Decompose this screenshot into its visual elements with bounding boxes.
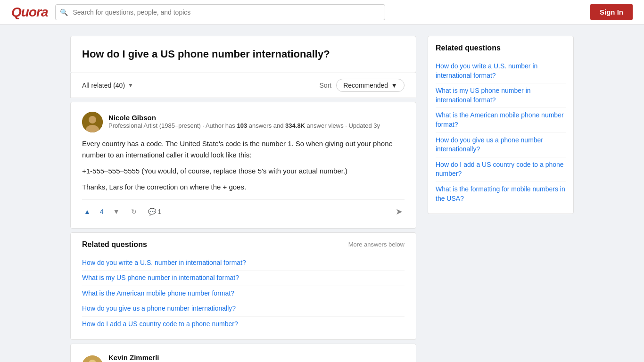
chevron-down-icon: ▼ [391, 82, 397, 89]
header: Quora 🔍 Sign In [0, 0, 644, 25]
sort-label: Sort [320, 82, 332, 89]
all-related-dropdown[interactable]: All related (40) ▼ [82, 82, 133, 89]
upvote-button[interactable]: ▲ [82, 206, 92, 217]
sidebar-link-2[interactable]: What is my US phone number in internatio… [436, 83, 566, 108]
recommended-label: Recommended [343, 82, 388, 89]
page-container: How do I give a US phone number internat… [63, 25, 581, 362]
bio-post: answer views · Updated 3y [305, 122, 380, 129]
author-info: Kevin Zimmerli Former Telecommunications… [108, 354, 405, 362]
sidebar: Related questions How do you write a U.S… [428, 36, 574, 362]
answer-text: Every country has a code. The United Sta… [82, 138, 405, 193]
answer-actions: ▲ 4 ▼ ↻ 💬 1 ➤ [82, 199, 405, 219]
bio-pre: Professional Artist (1985–present) · Aut… [108, 122, 237, 129]
header-actions: Sign In [590, 4, 633, 20]
comment-icon: 💬 [148, 208, 156, 215]
bio-answers: 103 [237, 122, 247, 129]
quora-logo[interactable]: Quora [11, 5, 48, 20]
downvote-button[interactable]: ▼ [111, 206, 122, 217]
sidebar-link-6[interactable]: What is the formatting for mobile number… [436, 182, 566, 206]
sign-in-button[interactable]: Sign In [590, 4, 633, 20]
search-input[interactable] [55, 4, 385, 20]
main-column: How do I give a US phone number internat… [70, 36, 416, 362]
author-name[interactable]: Nicole Gibson [108, 114, 405, 122]
search-bar: 🔍 [55, 4, 385, 20]
avatar [82, 112, 103, 132]
share-icon: ↻ [131, 208, 137, 215]
comment-button[interactable]: 💬 1 [146, 206, 164, 217]
comment-count: 1 [158, 208, 162, 215]
avatar [82, 355, 103, 362]
bio-views: 334.8K [285, 122, 305, 129]
downvote-icon: ▼ [113, 208, 120, 215]
related-inline-title: Related questions [82, 240, 147, 249]
author-row: Nicole Gibson Professional Artist (1985–… [82, 112, 405, 132]
related-link-2[interactable]: What is my US phone number in internatio… [82, 271, 405, 286]
question-title: How do I give a US phone number internat… [82, 48, 405, 61]
forward-icon: ➤ [396, 206, 403, 217]
related-inline-header: Related questions More answers below [82, 240, 405, 249]
sidebar-box: Related questions How do you write a U.S… [428, 36, 574, 214]
related-link-3[interactable]: What is the American mobile phone number… [82, 286, 405, 302]
bio-mid: answers and [247, 122, 285, 129]
chevron-down-icon: ▼ [128, 82, 133, 89]
answer-card-nicole: Nicole Gibson Professional Artist (1985–… [70, 102, 416, 229]
sidebar-link-5[interactable]: How do I add a US country code to a phon… [436, 157, 566, 182]
search-icon: 🔍 [60, 8, 68, 16]
upvote-icon: ▲ [84, 208, 91, 215]
author-name[interactable]: Kevin Zimmerli [108, 354, 405, 362]
related-link-5[interactable]: How do I add a US country code to a phon… [82, 317, 405, 332]
svg-point-1 [89, 116, 96, 123]
sidebar-link-3[interactable]: What is the American mobile phone number… [436, 108, 566, 132]
related-link-1[interactable]: How do you write a U.S. number in intern… [82, 255, 405, 271]
author-info: Nicole Gibson Professional Artist (1985–… [108, 114, 405, 130]
upvote-count: 4 [100, 208, 104, 215]
sort-area: Sort Recommended ▼ [320, 79, 405, 92]
author-row: Kevin Zimmerli Former Telecommunications… [82, 354, 405, 362]
related-link-4[interactable]: How do you give us a phone number intern… [82, 301, 405, 317]
author-bio: Professional Artist (1985–present) · Aut… [108, 122, 405, 130]
question-box: How do I give a US phone number internat… [70, 36, 416, 73]
sidebar-title: Related questions [436, 44, 566, 52]
sort-dropdown[interactable]: Recommended ▼ [336, 79, 405, 92]
answer-paragraph-3: Thanks, Lars for the correction on where… [82, 181, 405, 193]
more-answers-below: More answers below [348, 241, 405, 248]
all-related-label: All related (40) [82, 82, 125, 89]
answer-paragraph-1: Every country has a code. The United Sta… [82, 138, 405, 161]
filter-bar: All related (40) ▼ Sort Recommended ▼ [70, 73, 416, 98]
sidebar-link-4[interactable]: How do you give us a phone number intern… [436, 133, 566, 157]
forward-button[interactable]: ➤ [394, 205, 405, 219]
related-questions-inline: Related questions More answers below How… [70, 232, 416, 340]
answer-card-kevin: Kevin Zimmerli Former Telecommunications… [70, 344, 416, 362]
sidebar-link-1[interactable]: How do you write a U.S. number in intern… [436, 59, 566, 83]
answer-paragraph-2: +1-555–555–5555 (You would, of course, r… [82, 165, 405, 177]
share-answer-button[interactable]: ↻ [129, 206, 139, 217]
